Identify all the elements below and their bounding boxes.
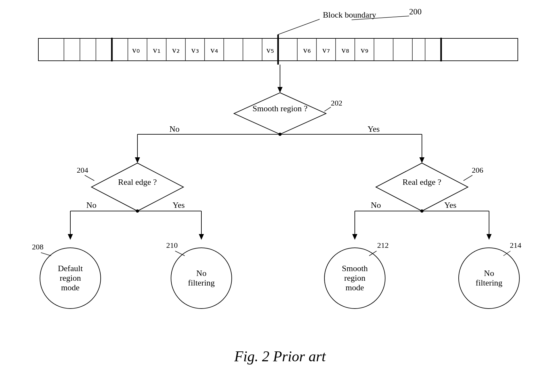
cell-v1: v₁ [153,45,160,55]
real-edge-left-label: Real edge ? [118,177,157,187]
ref-202: 202 [331,99,342,107]
cell-v5: v₅ [267,45,274,55]
smooth-region-mode-line2: region [344,273,365,283]
cell-v3: v₃ [191,45,199,55]
ref-214: 214 [510,241,521,249]
label-no-3: No [371,200,381,210]
ref-206: 206 [472,166,483,174]
ref-208: 208 [32,243,43,251]
cell-v4: v₄ [211,45,218,55]
ref-210: 210 [166,241,178,249]
ref-212: 212 [377,241,389,249]
cell-v6: v₆ [303,45,311,55]
real-edge-right-label: Real edge ? [402,177,441,187]
cell-v7: v₇ [323,45,330,55]
label-yes-2: Yes [173,200,185,210]
default-region-line3: mode [61,283,80,292]
label-yes-3: Yes [444,200,456,210]
cell-v2: v₂ [172,45,180,55]
block-boundary-label: Block boundary [323,10,376,20]
label-no-2: No [86,200,97,210]
ref-204: 204 [77,166,88,174]
label-yes-1: Yes [368,124,380,134]
flowchart-svg: v₀ v₁ v₂ v₃ v₄ v₅ v₆ v₇ v₈ v₉ Block boun… [0,0,560,392]
default-region-line1: Default [58,264,83,273]
cell-v8: v₈ [342,45,349,55]
default-region-line2: region [60,273,81,283]
no-filtering-right-line1: No [484,269,494,278]
label-no-1: No [169,124,180,134]
no-filtering-left-line1: No [196,269,206,278]
smooth-region-mode-line3: mode [346,283,364,292]
ref-200: 200 [409,7,422,16]
cell-v0: v₀ [132,45,140,55]
no-filtering-left-line2: filtering [188,278,215,287]
smooth-region-label: Smooth region ? [253,104,307,113]
diagram-container: v₀ v₁ v₂ v₃ v₄ v₅ v₆ v₇ v₈ v₉ Block boun… [0,0,560,392]
no-filtering-right-line2: filtering [476,278,502,287]
cell-v9: v₉ [361,45,368,55]
smooth-region-mode-line1: Smooth [342,264,368,273]
figure-caption: Fig. 2 Prior art [234,348,326,365]
